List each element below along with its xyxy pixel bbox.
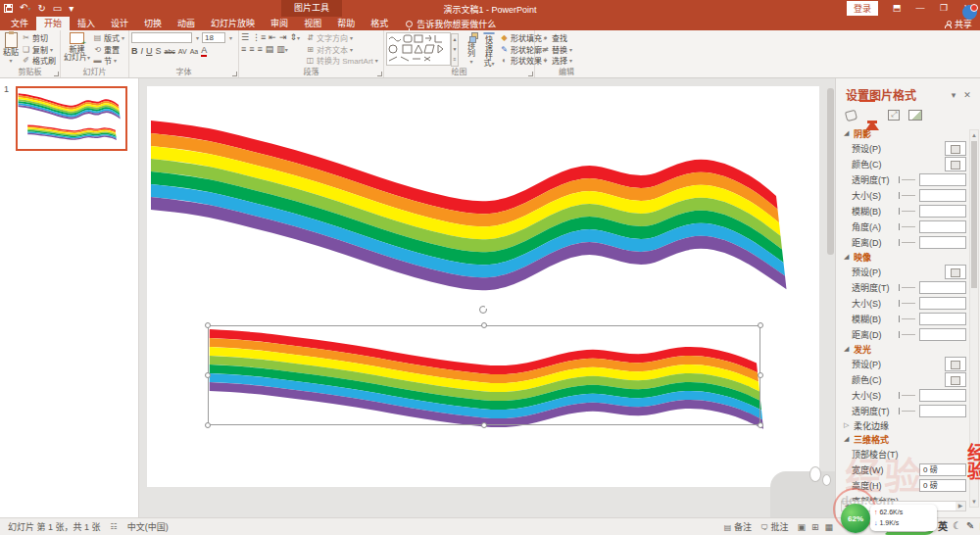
value-input[interactable]	[919, 297, 966, 310]
slider-track[interactable]	[902, 318, 915, 319]
tab-格式[interactable]: 格式	[363, 17, 396, 30]
size-properties-icon[interactable]	[888, 110, 900, 121]
font-size-combobox[interactable]: 18	[202, 32, 225, 43]
notes-button[interactable]: ▤ 备注	[724, 520, 752, 533]
quick-styles-button[interactable]: 快速 样式▾	[480, 31, 498, 67]
text-shadow-button[interactable]: S	[156, 46, 162, 56]
pen-icon[interactable]: ✎	[966, 520, 974, 531]
fill-line-icon[interactable]	[845, 110, 858, 122]
slider-track[interactable]	[902, 226, 915, 227]
replace-button[interactable]: ⇄替换▾	[541, 44, 572, 55]
value-input[interactable]	[919, 189, 966, 202]
rotate-handle[interactable]	[479, 306, 487, 314]
sign-in-button[interactable]: 登录	[847, 1, 878, 16]
selection-handle-s[interactable]	[481, 422, 487, 428]
preset-picker-button[interactable]	[945, 265, 966, 279]
justify-button[interactable]: ▤	[266, 44, 274, 54]
minimize-button[interactable]: —	[909, 0, 931, 17]
numbering-button[interactable]: ⋮≡	[252, 32, 266, 42]
canvas-vertical-scrollbar[interactable]	[827, 84, 834, 506]
selection-handle-se[interactable]	[758, 422, 763, 428]
arrange-button[interactable]: 排列▾	[463, 31, 480, 67]
pane-close-icon[interactable]: ✕	[960, 90, 974, 100]
value-input[interactable]	[919, 173, 966, 186]
pane-dropdown-icon[interactable]: ▾	[947, 90, 960, 100]
value-input[interactable]	[919, 313, 966, 325]
selection-handle-sw[interactable]	[205, 422, 211, 428]
pane-vertical-scrollbar[interactable]: ▲ ▼	[969, 129, 979, 508]
italic-button[interactable]: I	[141, 46, 144, 56]
language-indicator[interactable]: 中文(中国)	[127, 520, 169, 533]
value-input[interactable]	[919, 236, 966, 249]
value-input[interactable]	[919, 281, 966, 294]
section-button[interactable]: ▬节▾	[93, 55, 124, 66]
align-text-button[interactable]: ⊞对齐文本▾	[306, 44, 378, 55]
color-picker-button[interactable]	[945, 372, 966, 387]
decrease-indent-button[interactable]: ⇤	[269, 32, 276, 42]
restore-button[interactable]: ❐	[933, 0, 955, 17]
scroll-up-arrow[interactable]: ▲	[970, 130, 978, 140]
scroll-down-arrow[interactable]: ▼	[970, 497, 978, 507]
strikethrough-button[interactable]: abc	[165, 48, 175, 55]
comments-button[interactable]: 🗨 批注	[760, 520, 789, 533]
tell-me-box[interactable]: 告诉我你想要做什么	[406, 17, 496, 30]
customize-qat-arrow[interactable]: ▾	[69, 1, 74, 16]
tab-审阅[interactable]: 审阅	[263, 17, 296, 30]
tab-帮助[interactable]: 帮助	[329, 17, 363, 30]
value-input[interactable]	[919, 205, 966, 218]
tab-设计[interactable]: 设计	[103, 17, 136, 30]
moon-icon[interactable]: ☾	[953, 520, 961, 531]
selection-handle-w[interactable]	[205, 372, 211, 378]
bold-button[interactable]: B	[131, 46, 138, 56]
tab-file[interactable]: 文件	[3, 17, 36, 30]
reading-view-button[interactable]: ▦	[824, 522, 833, 532]
effects-pentagon-icon[interactable]	[865, 107, 879, 121]
notification-badge-icon[interactable]	[962, 5, 977, 20]
ribbon-display-options-icon[interactable]: ⬒	[886, 0, 907, 17]
font-color-button[interactable]: A	[201, 45, 207, 57]
accessibility-icon[interactable]: ☷	[111, 522, 118, 531]
columns-button[interactable]: ▥▾	[276, 44, 288, 54]
shapes-scrollbar[interactable]: ▲▼≡	[451, 33, 459, 67]
slider-track[interactable]	[902, 179, 915, 180]
selection-handle-e[interactable]	[758, 372, 763, 378]
value-input[interactable]	[919, 220, 966, 233]
align-center-button[interactable]: ≡	[249, 44, 254, 54]
selection-handle-n[interactable]	[481, 322, 487, 328]
tab-视图[interactable]: 视图	[296, 17, 329, 30]
select-button[interactable]: ⌖选择▾	[541, 55, 572, 66]
format-painter-button[interactable]: ✐格式刷	[22, 55, 56, 66]
slider-track[interactable]	[902, 334, 915, 335]
slider-track[interactable]	[902, 411, 915, 412]
slider-track[interactable]	[902, 287, 915, 288]
text-direction-button[interactable]: ⇵文字方向▾	[306, 32, 378, 43]
value-input[interactable]: 0 磅	[919, 463, 966, 476]
tab-切换[interactable]: 切换	[136, 17, 170, 30]
copy-button[interactable]: ❏复制▾	[22, 44, 56, 55]
preset-picker-button[interactable]	[945, 141, 966, 156]
scroll-right-arrow[interactable]: ▶	[956, 502, 965, 511]
ime-language-icon[interactable]: 英	[938, 518, 948, 533]
normal-view-button[interactable]: ▣	[797, 522, 806, 532]
selection-handle-nw[interactable]	[205, 322, 211, 328]
section-header[interactable]: ◢阴影	[844, 126, 980, 140]
slider-track[interactable]	[902, 242, 915, 243]
picture-icon[interactable]	[908, 110, 922, 121]
section-header[interactable]: ◢三维格式	[844, 432, 980, 446]
value-input[interactable]: 0 磅	[919, 479, 966, 492]
scrollbar-thumb[interactable]	[971, 141, 977, 288]
align-left-button[interactable]: ≡	[241, 44, 246, 54]
undo-icon[interactable]: ↶▾	[20, 0, 30, 17]
color-picker-button[interactable]	[945, 157, 966, 171]
repeat-icon[interactable]: ↻	[37, 1, 45, 16]
speed-ball[interactable]: 62%	[841, 504, 870, 533]
save-icon[interactable]	[4, 4, 13, 13]
underline-button[interactable]: U	[146, 46, 153, 56]
slider-track[interactable]	[902, 395, 915, 396]
section-header[interactable]: ◢映像	[844, 250, 980, 264]
section-header[interactable]: ▷柔化边缘	[844, 418, 980, 432]
change-case-button[interactable]: Aa	[190, 48, 199, 55]
find-button[interactable]: ⌕查找	[541, 32, 572, 43]
value-input[interactable]	[919, 328, 966, 341]
slide-sorter-view-button[interactable]: ⊞	[811, 522, 819, 532]
